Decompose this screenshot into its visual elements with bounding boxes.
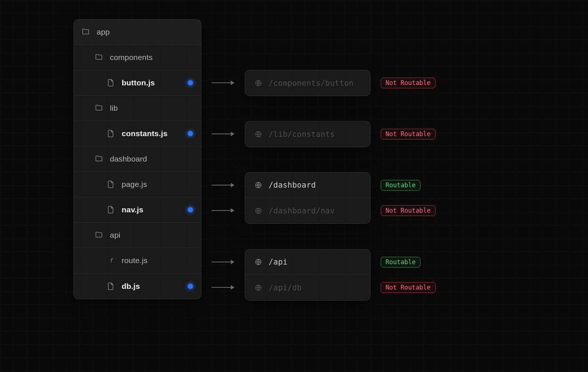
arrow-icon xyxy=(212,134,234,134)
file-icon xyxy=(107,282,115,290)
route-row: /components/button xyxy=(245,70,370,96)
file-icon xyxy=(107,206,115,214)
route-card-api-group: /api /api/db xyxy=(245,249,370,301)
file-label: nav.js xyxy=(122,205,143,214)
globe-icon xyxy=(255,284,262,291)
file-icon xyxy=(107,130,115,138)
arrow-icon xyxy=(212,262,234,262)
route-card-components-button: /components/button xyxy=(245,70,370,96)
arrow-icon xyxy=(212,185,234,185)
colocated-dot-icon xyxy=(188,207,193,212)
globe-icon xyxy=(255,79,262,87)
file-label: route.js xyxy=(122,256,147,265)
arrow-icon xyxy=(212,287,234,288)
colocated-dot-icon xyxy=(188,80,193,85)
badge-not-routable: Not Routable xyxy=(381,282,435,293)
colocated-dot-icon xyxy=(188,131,193,136)
route-path: /dashboard xyxy=(269,181,316,189)
file-icon xyxy=(107,180,115,188)
route-path: /dashboard/nav xyxy=(269,206,335,215)
folder-row-lib: lib xyxy=(74,96,201,121)
folder-row-api: api xyxy=(74,223,201,248)
globe-icon xyxy=(255,131,262,138)
route-path: /components/button xyxy=(269,79,354,88)
badge-not-routable: Not Routable xyxy=(381,205,435,216)
file-label: constants.js xyxy=(122,129,168,138)
route-row-dashboard: /dashboard xyxy=(245,173,370,198)
globe-icon xyxy=(255,181,262,189)
file-row-button-js: button.js xyxy=(74,70,201,96)
file-label: page.js xyxy=(122,180,147,189)
file-label: button.js xyxy=(122,78,155,87)
folder-label: components xyxy=(110,53,153,62)
badge-not-routable: Not Routable xyxy=(381,78,435,88)
route-row-api-db: /api/db xyxy=(245,275,370,300)
badge-routable: Routable xyxy=(381,180,420,191)
folder-label: lib xyxy=(110,104,118,113)
file-icon xyxy=(107,79,115,87)
folder-label: app xyxy=(97,28,110,36)
folder-icon xyxy=(82,28,90,36)
file-tree-panel: app components button.js lib constants.j… xyxy=(74,19,201,299)
folder-icon xyxy=(95,155,103,163)
badge-not-routable: Not Routable xyxy=(381,129,435,139)
colocated-dot-icon xyxy=(188,284,193,289)
folder-icon xyxy=(95,231,103,239)
route-row-dashboard-nav: /dashboard/nav xyxy=(245,198,370,223)
folder-icon xyxy=(95,53,103,61)
folder-label: api xyxy=(110,231,121,240)
file-row-page-js: page.js xyxy=(74,172,201,197)
file-row-db-js: db.js xyxy=(74,273,201,299)
route-row-api: /api xyxy=(245,249,370,275)
route-card-lib-constants: /lib/constants xyxy=(245,121,370,147)
file-row-constants-js: constants.js xyxy=(74,121,201,146)
function-file-icon xyxy=(107,256,115,265)
route-path: /api xyxy=(269,258,287,266)
badge-routable: Routable xyxy=(381,257,420,268)
route-path: /api/db xyxy=(269,283,302,292)
file-row-nav-js: nav.js xyxy=(74,197,201,223)
file-label: db.js xyxy=(122,282,140,291)
arrow-icon xyxy=(212,82,234,83)
folder-row-components: components xyxy=(74,45,201,70)
folder-label: dashboard xyxy=(110,155,147,163)
globe-icon xyxy=(255,207,262,215)
folder-icon xyxy=(95,104,103,112)
folder-row-app: app xyxy=(74,20,201,45)
arrow-icon xyxy=(212,210,234,211)
globe-icon xyxy=(255,258,262,266)
route-card-dashboard-group: /dashboard /dashboard/nav xyxy=(245,172,370,224)
file-row-route-js: route.js xyxy=(74,248,201,273)
route-path: /lib/constants xyxy=(269,130,335,139)
route-row: /lib/constants xyxy=(245,121,370,147)
folder-row-dashboard: dashboard xyxy=(74,146,201,172)
